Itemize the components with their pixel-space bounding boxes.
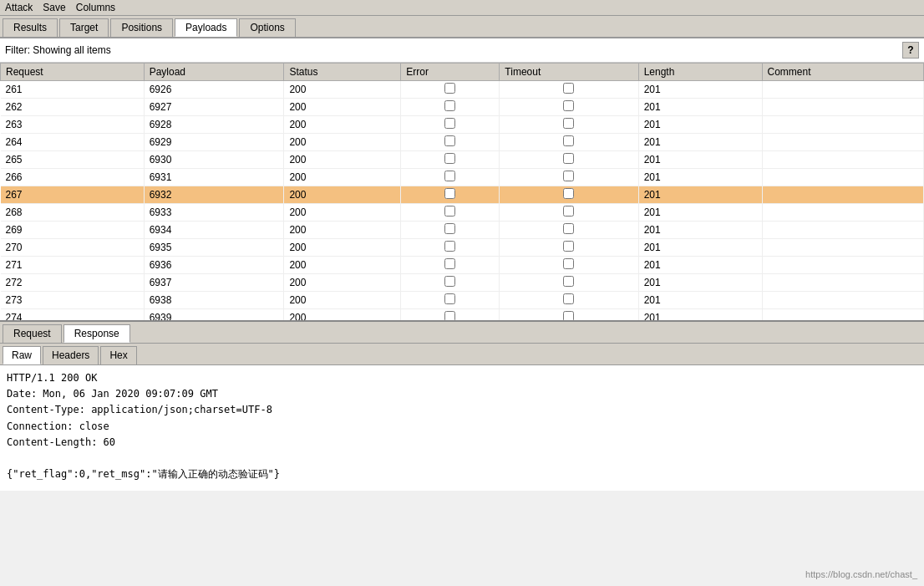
menu-attack[interactable]: Attack: [5, 2, 33, 13]
cell-request: 265: [1, 151, 145, 169]
cell-timeout: [500, 222, 638, 239]
cell-request: 268: [1, 204, 145, 222]
cell-error: [401, 309, 500, 323]
cell-request: 271: [1, 257, 145, 274]
col-length: Length: [638, 64, 762, 81]
cell-request: 264: [1, 134, 145, 151]
response-line: HTTP/1.1 200 OK: [7, 370, 917, 386]
cell-comment: [762, 169, 923, 186]
cell-comment: [762, 239, 923, 257]
cell-timeout: [500, 186, 638, 204]
cell-request: 269: [1, 222, 145, 239]
table-row[interactable]: 2706935200201: [1, 239, 924, 257]
cell-length: 201: [638, 204, 762, 222]
cell-status: 200: [284, 239, 401, 257]
col-comment: Comment: [762, 64, 923, 81]
table-row[interactable]: 2696934200201: [1, 222, 924, 239]
bottom-tab-response[interactable]: Response: [63, 324, 130, 343]
cell-comment: [762, 81, 923, 99]
cell-error: [401, 134, 500, 151]
menu-save[interactable]: Save: [43, 2, 65, 13]
cell-payload: 6931: [144, 169, 284, 186]
cell-payload: 6929: [144, 134, 284, 151]
filter-text: Filter: Showing all items: [5, 44, 111, 56]
cell-error: [401, 204, 500, 222]
cell-comment: [762, 204, 923, 222]
cell-error: [401, 274, 500, 292]
cell-payload: 6939: [144, 309, 284, 323]
cell-request: 272: [1, 274, 145, 292]
cell-timeout: [500, 99, 638, 116]
filter-help-button[interactable]: ?: [902, 42, 919, 59]
cell-timeout: [500, 151, 638, 169]
cell-payload: 6938: [144, 292, 284, 309]
bottom-tab-request[interactable]: Request: [3, 324, 62, 343]
cell-status: 200: [284, 151, 401, 169]
cell-payload: 6933: [144, 204, 284, 222]
cell-status: 200: [284, 186, 401, 204]
cell-payload: 6930: [144, 151, 284, 169]
cell-comment: [762, 186, 923, 204]
col-request: Request: [1, 64, 145, 81]
inner-tab-hex[interactable]: Hex: [100, 346, 136, 364]
table-row[interactable]: 2726937200201: [1, 274, 924, 292]
cell-error: [401, 151, 500, 169]
cell-payload: 6927: [144, 99, 284, 116]
inner-tab-raw[interactable]: Raw: [3, 346, 41, 364]
table-row[interactable]: 2716936200201: [1, 257, 924, 274]
cell-error: [401, 222, 500, 239]
table-row[interactable]: 2656930200201: [1, 151, 924, 169]
table-row[interactable]: 2636928200201: [1, 116, 924, 134]
cell-status: 200: [284, 81, 401, 99]
table-row[interactable]: 2686933200201: [1, 204, 924, 222]
cell-request: 263: [1, 116, 145, 134]
cell-request: 261: [1, 81, 145, 99]
cell-comment: [762, 99, 923, 116]
cell-status: 200: [284, 257, 401, 274]
cell-length: 201: [638, 169, 762, 186]
cell-status: 200: [284, 116, 401, 134]
bottom-tabs-bar: Request Response: [0, 322, 924, 344]
table-row[interactable]: 2746939200201: [1, 309, 924, 323]
cell-timeout: [500, 292, 638, 309]
cell-request: 270: [1, 239, 145, 257]
cell-timeout: [500, 239, 638, 257]
cell-length: 201: [638, 257, 762, 274]
response-line: {"ret_flag":0,"ret_msg":"请输入正确的动态验证码"}: [7, 466, 917, 482]
cell-comment: [762, 292, 923, 309]
tab-positions[interactable]: Positions: [110, 18, 173, 37]
cell-error: [401, 169, 500, 186]
table-body: 2616926200201262692720020126369282002012…: [1, 81, 924, 323]
cell-payload: 6936: [144, 257, 284, 274]
tab-results[interactable]: Results: [3, 18, 58, 37]
response-line: [7, 451, 917, 466]
table-row[interactable]: 2666931200201: [1, 169, 924, 186]
cell-status: 200: [284, 99, 401, 116]
tab-payloads[interactable]: Payloads: [175, 18, 237, 37]
table-row[interactable]: 2676932200201: [1, 186, 924, 204]
inner-tab-headers[interactable]: Headers: [43, 346, 99, 364]
cell-error: [401, 239, 500, 257]
cell-comment: [762, 116, 923, 134]
tab-options[interactable]: Options: [239, 18, 295, 37]
cell-comment: [762, 222, 923, 239]
response-line: Content-Type: application/json;charset=U…: [7, 402, 917, 418]
tab-target[interactable]: Target: [59, 18, 109, 37]
cell-request: 267: [1, 186, 145, 204]
table-row[interactable]: 2616926200201: [1, 81, 924, 99]
menu-columns[interactable]: Columns: [76, 2, 115, 13]
cell-request: 274: [1, 309, 145, 323]
cell-comment: [762, 309, 923, 323]
cell-payload: 6928: [144, 116, 284, 134]
cell-comment: [762, 257, 923, 274]
cell-error: [401, 257, 500, 274]
table-row[interactable]: 2736938200201: [1, 292, 924, 309]
filter-bar: Filter: Showing all items ?: [0, 38, 924, 63]
cell-timeout: [500, 81, 638, 99]
table-row[interactable]: 2626927200201: [1, 99, 924, 116]
col-timeout: Timeout: [500, 64, 638, 81]
cell-comment: [762, 274, 923, 292]
response-body: HTTP/1.1 200 OKDate: Mon, 06 Jan 2020 09…: [0, 365, 924, 491]
table-row[interactable]: 2646929200201: [1, 134, 924, 151]
cell-status: 200: [284, 134, 401, 151]
